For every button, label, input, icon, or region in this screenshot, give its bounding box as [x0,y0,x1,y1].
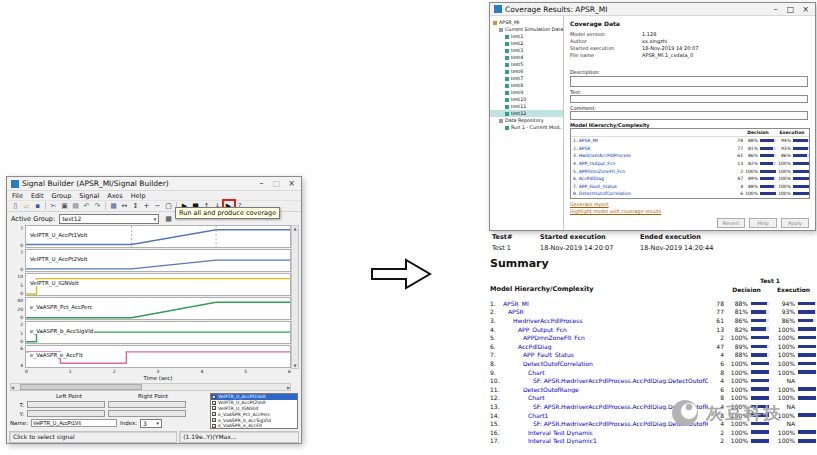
model-link[interactable]: SF: APSR.HwdriverAccPdlProcess.AccPdlDia… [503,377,708,384]
tree-item[interactable]: Run 1 - Current Mod.. [490,124,563,131]
group-options-icon[interactable]: ▦ [164,214,174,224]
model-link[interactable]: Interval Test Dynamic [503,429,708,436]
model-link[interactable]: APSR_MI [503,300,708,307]
model-link[interactable]: 8. DetectOutofCorrelation [571,191,733,196]
model-link[interactable]: APSR [503,308,708,315]
signal-subplot[interactable]: 70VelPTR_U_AccPt1Volt [10,225,291,249]
tree-item[interactable]: test11 [490,103,563,110]
model-link[interactable]: 1. APSR_MI [571,138,733,143]
menu-signal[interactable]: Signal [79,192,99,200]
scroll-right-icon[interactable]: ▶ [287,385,290,390]
right-point-y-field[interactable] [108,410,186,417]
tree-item[interactable]: test10 [490,96,563,103]
signal-builder-titlebar[interactable]: Signal Builder (APSR_MI/Signal Builder) … [7,177,301,191]
tree-item[interactable]: Current Simulation Data [490,26,563,33]
cut-icon[interactable]: ✂ [49,201,59,211]
coverage-window-titlebar[interactable]: Coverage Results: APSR_MI – □ × [490,3,815,16]
zoom-out-icon[interactable]: − [153,201,163,211]
active-group-combobox[interactable]: test12 ▾ [59,214,159,224]
model-link[interactable]: APP_Fault_Status [503,351,708,358]
model-link[interactable]: DetectOutofRange [503,386,708,393]
model-link[interactable]: Interval Test Dynamic1 [503,437,708,444]
scrollbar-thumb[interactable] [20,384,143,390]
close-button[interactable]: × [798,5,813,14]
vertical-scrollbar[interactable]: ▲ ▼ [291,225,299,369]
index-combobox[interactable]: 3 ▾ [140,419,162,428]
menu-axes[interactable]: Axes [107,192,122,200]
right-point-t-field[interactable] [108,401,186,408]
help-button[interactable]: Help [749,218,777,228]
minimize-button[interactable]: – [254,179,269,188]
signal-list[interactable]: ✓VelPTR_U_AccPt1Volt✓VelPTR_U_AccPt2Volt… [210,393,298,429]
tree-item[interactable]: test3 [490,47,563,54]
model-link[interactable]: 4. APP_Output_Fcn [571,161,733,166]
signal-subplot[interactable]: 70VelPTR_U_AccPt2Volt [10,249,291,273]
maximize-button[interactable]: □ [783,5,798,14]
tree-item[interactable]: Data Repository [490,117,563,124]
checkbox-checked-icon[interactable]: ✓ [212,424,216,428]
tree-item[interactable]: test6 [490,68,563,75]
signal-plot-area[interactable]: 70VelPTR_U_AccPt1Volt70VelPTR_U_AccPt2Vo… [10,225,291,369]
tree-item[interactable]: test5 [490,61,563,68]
model-link[interactable]: 5. APPDmnZoneFlt_Fcn [571,169,733,174]
checkbox-checked-icon[interactable]: ✓ [212,418,216,422]
model-link[interactable]: Chart [503,369,708,376]
model-link[interactable]: DetectOutofCorrelation [503,360,708,367]
paste-icon[interactable]: ▤ [71,201,81,211]
signal-name-input[interactable] [31,419,117,427]
zoom-y-icon[interactable]: ↕ [131,201,141,211]
tree-item[interactable]: test12 [490,110,563,117]
maximize-button[interactable]: □ [269,179,284,188]
scroll-up-icon[interactable]: ▲ [293,226,296,231]
coverage-tree[interactable]: APSR_MICurrent Simulation Datatest1test2… [490,16,564,230]
zoom-in-icon[interactable]: + [142,201,152,211]
menu-edit[interactable]: Edit [31,192,44,200]
close-button[interactable]: × [284,179,299,188]
menu-help[interactable]: Help [131,192,146,200]
revert-button[interactable]: Revert [717,218,745,228]
apply-button[interactable]: Apply [781,218,809,228]
tree-item[interactable]: test1 [490,33,563,40]
left-point-t-field[interactable] [27,401,105,408]
model-link[interactable]: 2. APSR [571,146,733,151]
undo-icon[interactable]: ↶ [82,201,92,211]
tree-item[interactable]: test8 [490,82,563,89]
menu-group[interactable]: Group [51,192,71,200]
checkbox-checked-icon[interactable]: ✓ [212,406,216,410]
checkbox-checked-icon[interactable]: ✓ [212,395,216,399]
minimize-button[interactable]: – [768,5,783,14]
menu-file[interactable]: File [12,192,23,200]
horizontal-scrollbar[interactable]: ◀ ▶ [10,383,291,391]
description-input[interactable] [570,76,808,87]
comment-input[interactable] [570,111,808,120]
signal-subplot[interactable]: 1050VelPTR_U_IGNVolt [10,273,291,297]
model-link[interactable]: HwdriverAccPdlProcess [503,317,708,324]
tree-item[interactable]: test4 [490,54,563,61]
checkbox-checked-icon[interactable]: ✓ [212,401,216,405]
coverage-hierarchy-table[interactable]: Decision Execution 1. APSR_MI7888%94%2. … [570,128,810,199]
signal-subplot[interactable]: 40200e_VaASPR_Pct_AccPerc [10,297,291,321]
save-icon[interactable]: ▪ [33,201,43,211]
tree-item[interactable]: test9 [490,89,563,96]
model-link[interactable]: 3. HwdriverAccPdlProcess [571,153,733,158]
signal-subplot[interactable]: 210e_VaASPR_b_AccSigVld [10,321,291,345]
tree-item[interactable]: test2 [490,40,563,47]
model-link[interactable]: APP_Output_Fcn [503,326,708,333]
snap-grid-icon[interactable]: ▦ [109,201,119,211]
report-link[interactable]: Highlight model with coverage results [570,209,661,216]
model-link[interactable]: 7. APP_Fault_Status [571,184,733,189]
open-icon[interactable]: ▱ [22,201,32,211]
tree-item[interactable]: test7 [490,75,563,82]
checkbox-checked-icon[interactable]: ✓ [212,412,216,416]
scroll-down-icon[interactable]: ▼ [293,363,296,368]
zoom-x-icon[interactable]: ↔ [120,201,130,211]
report-link[interactable]: Generate report [570,202,661,209]
fit-view-icon[interactable]: ▢ [164,201,174,211]
model-link[interactable]: AccPdlDiag [503,343,708,350]
model-link[interactable]: APPDmnZoneFlt_Fcn [503,334,708,341]
test-input[interactable] [570,95,808,103]
signal-subplot[interactable]: 64e_VaASPR_e_AccFlt [10,345,291,369]
model-link[interactable]: 6. AccPdlDiag [571,176,733,181]
left-point-y-field[interactable] [27,410,105,417]
tree-item[interactable]: APSR_MI [490,19,563,26]
